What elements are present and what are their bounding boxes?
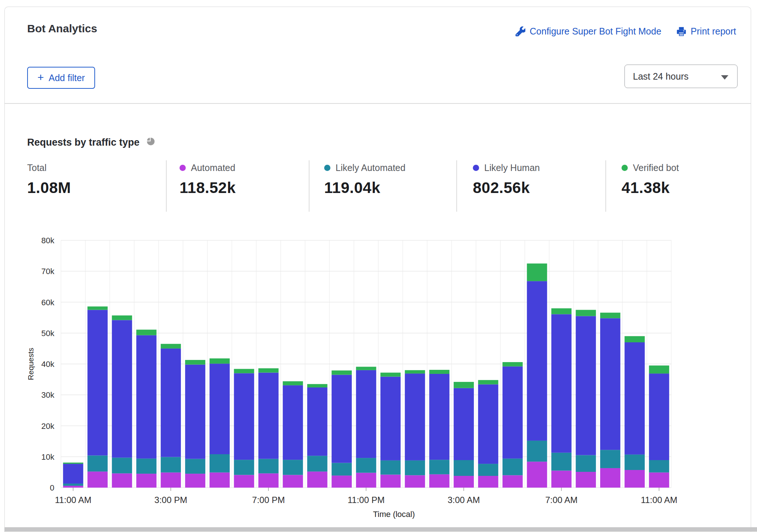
bar-segment-automated[interactable] [380, 475, 401, 488]
bar-segment-verified-bot[interactable] [624, 336, 645, 342]
bar-segment-likely-human[interactable] [380, 377, 401, 460]
print-report-link[interactable]: Print report [677, 26, 736, 37]
bar-segment-automated[interactable] [185, 474, 205, 488]
bar-segment-verified-bot[interactable] [234, 369, 254, 373]
bar-segment-likely-human[interactable] [161, 349, 181, 457]
bar-segment-verified-bot[interactable] [429, 370, 449, 374]
bar-segment-likely-automated[interactable] [624, 455, 645, 470]
bar-segment-automated[interactable] [429, 474, 449, 488]
bar-segment-automated[interactable] [576, 472, 596, 488]
bar-segment-likely-automated[interactable] [380, 460, 401, 475]
bar-segment-likely-automated[interactable] [161, 457, 181, 473]
bar-segment-likely-human[interactable] [478, 385, 498, 464]
bar-segment-likely-automated[interactable] [87, 455, 108, 471]
bar-segment-likely-automated[interactable] [234, 460, 254, 475]
bar-segment-likely-automated[interactable] [356, 458, 376, 473]
bar-segment-likely-human[interactable] [649, 374, 669, 460]
bar-segment-likely-human[interactable] [429, 374, 449, 460]
bar-segment-automated[interactable] [478, 476, 498, 488]
bar-segment-automated[interactable] [136, 474, 156, 488]
time-range-dropdown[interactable]: Last 24 hours [624, 65, 738, 88]
bar-segment-verified-bot[interactable] [380, 373, 401, 377]
bar-segment-verified-bot[interactable] [210, 358, 230, 364]
bar-segment-automated[interactable] [600, 468, 620, 488]
bar-segment-likely-human[interactable] [234, 373, 254, 460]
bar-segment-likely-human[interactable] [185, 365, 205, 459]
bar-segment-verified-bot[interactable] [478, 380, 498, 385]
bar-segment-likely-human[interactable] [576, 316, 596, 455]
bar-segment-automated[interactable] [307, 471, 327, 488]
bar-segment-verified-bot[interactable] [332, 371, 352, 375]
bar-segment-automated[interactable] [161, 473, 181, 488]
bar-segment-likely-automated[interactable] [258, 459, 279, 474]
bar-segment-likely-automated[interactable] [210, 454, 230, 473]
bar-segment-automated[interactable] [527, 462, 547, 488]
bar-segment-likely-automated[interactable] [454, 460, 474, 476]
bar-segment-verified-bot[interactable] [307, 384, 327, 387]
bar-segment-automated[interactable] [649, 473, 669, 488]
bar-segment-likely-automated[interactable] [283, 460, 303, 475]
bar-segment-likely-human[interactable] [112, 320, 132, 458]
bar-segment-verified-bot[interactable] [161, 344, 181, 349]
bar-segment-likely-human[interactable] [356, 370, 376, 458]
bar-segment-automated[interactable] [332, 475, 352, 488]
bar-segment-verified-bot[interactable] [63, 463, 83, 464]
bar-segment-automated[interactable] [454, 476, 474, 488]
bar-segment-verified-bot[interactable] [503, 362, 523, 367]
bar-segment-verified-bot[interactable] [136, 329, 156, 335]
bar-segment-verified-bot[interactable] [551, 308, 572, 314]
bar-segment-verified-bot[interactable] [283, 381, 303, 385]
bar-segment-likely-automated[interactable] [307, 456, 327, 471]
add-filter-button[interactable]: + Add filter [27, 67, 95, 89]
bar-segment-automated[interactable] [283, 475, 303, 488]
bar-segment-likely-automated[interactable] [576, 455, 596, 472]
bar-segment-verified-bot[interactable] [649, 365, 669, 374]
bar-segment-verified-bot[interactable] [87, 306, 108, 310]
bar-segment-automated[interactable] [624, 470, 645, 488]
bar-segment-verified-bot[interactable] [405, 370, 425, 374]
configure-super-bot-fight-mode-link[interactable]: Configure Super Bot Fight Mode [515, 26, 662, 37]
bar-segment-likely-automated[interactable] [527, 441, 547, 462]
bar-segment-verified-bot[interactable] [258, 368, 279, 373]
bar-segment-likely-automated[interactable] [503, 459, 523, 475]
bar-segment-automated[interactable] [112, 473, 132, 488]
bar-segment-automated[interactable] [405, 475, 425, 488]
bar-segment-automated[interactable] [258, 473, 279, 488]
bar-segment-verified-bot[interactable] [185, 360, 205, 365]
bar-segment-likely-human[interactable] [210, 364, 230, 454]
bar-segment-likely-human[interactable] [332, 375, 352, 463]
bar-segment-likely-human[interactable] [624, 342, 645, 455]
bar-segment-likely-automated[interactable] [63, 484, 83, 486]
bar-segment-verified-bot[interactable] [356, 367, 376, 370]
bar-segment-likely-human[interactable] [258, 373, 279, 459]
bar-segment-likely-automated[interactable] [185, 459, 205, 474]
bar-segment-likely-human[interactable] [136, 335, 156, 459]
bar-segment-likely-automated[interactable] [332, 463, 352, 476]
bar-segment-automated[interactable] [356, 473, 376, 488]
bar-segment-automated[interactable] [87, 471, 108, 488]
bar-segment-likely-human[interactable] [283, 385, 303, 460]
bar-segment-verified-bot[interactable] [112, 316, 132, 320]
bar-segment-automated[interactable] [551, 471, 572, 488]
bar-segment-likely-automated[interactable] [551, 453, 572, 471]
bar-segment-likely-automated[interactable] [649, 460, 669, 473]
bar-segment-likely-automated[interactable] [405, 460, 425, 475]
bar-segment-likely-human[interactable] [527, 281, 547, 441]
bar-segment-likely-human[interactable] [551, 314, 572, 452]
bar-segment-verified-bot[interactable] [576, 310, 596, 316]
bar-segment-likely-automated[interactable] [136, 459, 156, 474]
bar-segment-verified-bot[interactable] [527, 263, 547, 281]
bar-segment-likely-automated[interactable] [429, 460, 449, 474]
bar-segment-likely-human[interactable] [63, 464, 83, 484]
bar-segment-automated[interactable] [503, 475, 523, 488]
bar-segment-likely-automated[interactable] [478, 464, 498, 476]
bar-segment-automated[interactable] [63, 486, 83, 488]
bar-segment-automated[interactable] [210, 473, 230, 488]
bar-segment-likely-human[interactable] [307, 387, 327, 456]
bar-segment-verified-bot[interactable] [600, 313, 620, 318]
bar-segment-likely-human[interactable] [503, 367, 523, 459]
bar-segment-likely-human[interactable] [600, 318, 620, 450]
bar-segment-likely-automated[interactable] [600, 450, 620, 468]
bar-segment-verified-bot[interactable] [454, 382, 474, 388]
bar-segment-automated[interactable] [234, 475, 254, 488]
